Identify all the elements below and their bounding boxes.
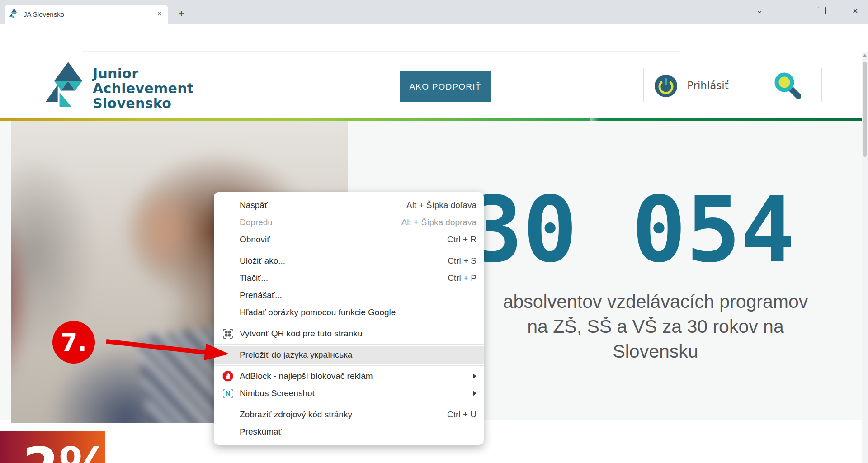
menu-item-nimbus[interactable]: N Nimbus Screenshot bbox=[214, 385, 484, 402]
percent-badge: 2% bbox=[0, 431, 105, 463]
menu-item-search-images[interactable]: Hľadať obrázky pomocou funkcie Google bbox=[214, 304, 484, 321]
menu-separator bbox=[214, 323, 484, 323]
menu-separator bbox=[214, 365, 484, 366]
menu-item-translate[interactable]: Preložiť do jazyka українська bbox=[214, 346, 484, 364]
menu-item-back[interactable]: NaspäťAlt + Šípka doľava bbox=[214, 197, 484, 214]
ja-logo-mark[interactable] bbox=[43, 61, 88, 110]
power-login-icon[interactable] bbox=[654, 74, 678, 99]
login-link[interactable]: Prihlásiť bbox=[687, 80, 729, 91]
scroll-up-icon[interactable] bbox=[863, 54, 867, 57]
svg-text:N: N bbox=[226, 390, 230, 397]
context-menu: NaspäťAlt + Šípka doľava DopreduAlt + Ší… bbox=[214, 192, 484, 445]
scroll-thumb[interactable] bbox=[863, 62, 867, 157]
submenu-arrow-icon bbox=[473, 391, 476, 396]
browser-window: JA Slovensko × + ⌄ — × jaslovensko.sk Gx bbox=[0, 0, 868, 463]
annotation-arrow bbox=[102, 332, 233, 364]
adblock-icon bbox=[222, 370, 234, 382]
tab-search-chevron-icon[interactable]: ⌄ bbox=[752, 5, 767, 17]
step-badge: 7. bbox=[52, 321, 95, 364]
menu-item-save-as[interactable]: Uložiť ako...Ctrl + S bbox=[214, 252, 484, 269]
scrollbar[interactable] bbox=[862, 52, 868, 463]
menu-separator bbox=[214, 404, 484, 404]
favicon-ja-logo bbox=[9, 9, 18, 19]
window-maximize-button[interactable] bbox=[818, 7, 826, 14]
new-tab-button[interactable]: + bbox=[175, 8, 187, 20]
menu-item-adblock[interactable]: AdBlock - najlepší blokovač reklám bbox=[214, 368, 484, 385]
menu-item-cast[interactable]: Prenášať... bbox=[214, 287, 484, 304]
window-minimize-button[interactable]: — bbox=[784, 5, 799, 17]
menu-separator bbox=[214, 344, 484, 345]
menu-item-qr-code[interactable]: Vytvoriť QR kód pre túto stránku bbox=[214, 325, 484, 342]
counter-number: 30 054 bbox=[468, 184, 795, 275]
counter-caption: absolventov vzdelávacích programov na ZŠ… bbox=[488, 289, 823, 364]
menu-item-forward: DopreduAlt + Šípka doprava bbox=[214, 214, 484, 231]
tab-title: JA Slovensko bbox=[24, 10, 156, 18]
browser-tab[interactable]: JA Slovensko × bbox=[5, 5, 168, 24]
menu-item-view-source[interactable]: Zobraziť zdrojový kód stránkyCtrl + U bbox=[214, 406, 484, 423]
submenu-arrow-icon bbox=[473, 373, 476, 379]
menu-item-print[interactable]: Tlačiť...Ctrl + P bbox=[214, 269, 484, 287]
menu-item-inspect[interactable]: Preskúmať bbox=[214, 423, 484, 440]
search-icon[interactable] bbox=[772, 70, 801, 101]
logo-wordmark[interactable]: Junior Achievement Slovensko bbox=[93, 66, 194, 111]
nimbus-icon: N bbox=[222, 387, 234, 399]
site-header: Junior Achievement Slovensko UČITELIA MÉ… bbox=[0, 52, 868, 118]
window-close-button[interactable]: × bbox=[848, 5, 863, 17]
nav-ako-podporit[interactable]: AKO PODPORIŤ bbox=[400, 71, 491, 102]
browser-toolbar: jaslovensko.sk Gx 1 ABP NEW bbox=[0, 24, 868, 52]
menu-item-reload[interactable]: ObnoviťCtrl + R bbox=[214, 231, 484, 248]
tab-bar: JA Slovensko × + ⌄ — × bbox=[0, 0, 868, 24]
header-accent-stripe bbox=[0, 118, 868, 121]
tab-close-icon[interactable]: × bbox=[156, 10, 164, 18]
menu-separator bbox=[214, 250, 484, 250]
